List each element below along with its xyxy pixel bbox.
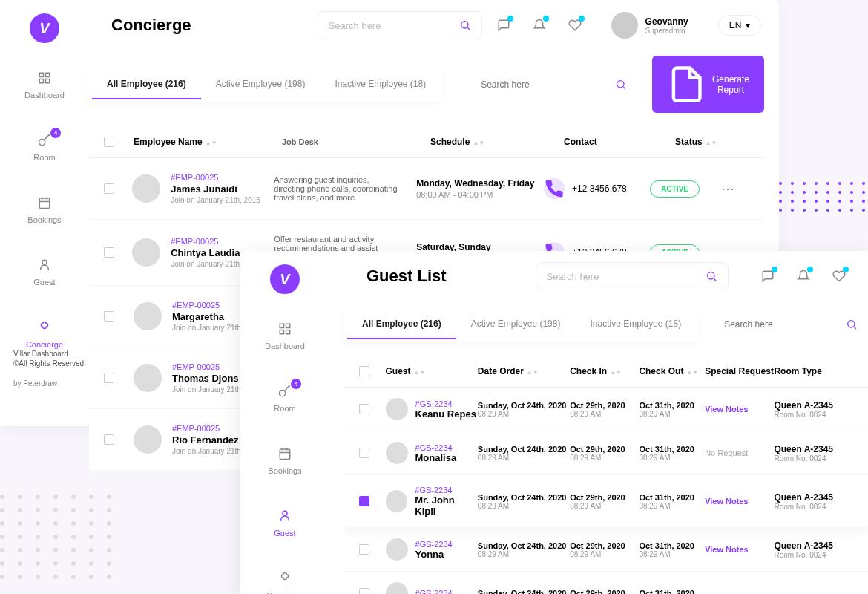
decorative-dots <box>0 495 116 579</box>
nav-concierge[interactable]: Concierge <box>240 566 329 594</box>
select-all-checkbox[interactable] <box>359 366 369 376</box>
message-icon[interactable] <box>761 270 775 283</box>
col-checkout-header[interactable]: Check Out <box>639 366 683 376</box>
tab[interactable]: Inactive Employee (18) <box>575 310 696 339</box>
generate-report-label: Generate Report <box>712 74 749 95</box>
table-row[interactable]: #GS-2234Mr. John KipliSunday, Oct 24th, … <box>344 475 868 528</box>
avatar <box>386 582 408 594</box>
nav-label: Guest <box>33 278 55 287</box>
tab[interactable]: Active Employee (198) <box>456 310 576 339</box>
logo[interactable]: V <box>30 13 59 43</box>
special-request[interactable]: View Notes <box>705 497 749 506</box>
heart-icon[interactable] <box>568 19 582 32</box>
search-input[interactable] <box>547 271 700 282</box>
guest-name: Yonna <box>415 549 453 560</box>
sort-icon[interactable]: ▲▼ <box>610 369 622 376</box>
language-selector[interactable]: EN ▾ <box>718 15 762 36</box>
room-number: Room No. 0024 <box>774 551 853 559</box>
nav-room[interactable]: Room4 <box>0 128 89 168</box>
employee-name: Rio Fernandez <box>172 434 249 446</box>
col-schedule-header[interactable]: Schedule <box>430 137 470 147</box>
sort-icon[interactable]: ▲▼ <box>527 369 539 376</box>
row-checkbox[interactable] <box>359 448 369 458</box>
search-box[interactable] <box>536 262 729 290</box>
sort-icon[interactable]: ▲▼ <box>473 140 484 146</box>
guest-id: #GS-2234 <box>415 589 453 594</box>
nav-room[interactable]: Room4 <box>240 379 329 419</box>
special-request: No Request <box>705 448 748 457</box>
nav-label: Concierge <box>26 340 63 349</box>
col-name-header[interactable]: Employee Name <box>134 137 203 147</box>
tab[interactable]: All Employee (216) <box>347 310 456 339</box>
sort-icon[interactable]: ▲▼ <box>686 369 698 376</box>
order-time: 08:29 AM <box>478 454 570 462</box>
sort-icon[interactable]: ▲▼ <box>414 369 426 376</box>
row-checkbox[interactable] <box>104 434 114 445</box>
guest-list-panel: V DashboardRoom4BookingsGuestConcierge G… <box>240 251 868 594</box>
col-checkin-header[interactable]: Check In <box>570 366 607 376</box>
tab[interactable]: Inactive Employee (18) <box>320 70 441 99</box>
row-checkbox[interactable] <box>359 588 369 594</box>
checkin-date: Oct 29th, 2020 <box>570 401 639 410</box>
table-row[interactable]: #GS-2234Sunday, Oct 24th, 2020Oct 29th, … <box>344 572 868 594</box>
row-checkbox[interactable] <box>359 404 369 414</box>
checkout-date: Oct 31th, 2020 <box>639 493 705 502</box>
bell-icon[interactable] <box>533 19 546 32</box>
room-type: Queen A-2345 <box>774 541 853 551</box>
search-input[interactable] <box>329 20 453 31</box>
heart-icon[interactable] <box>832 270 846 283</box>
table-row[interactable]: #GS-2234Keanu RepesSunday, Oct 24th, 202… <box>344 388 868 431</box>
nav-bookings[interactable]: Bookings <box>240 441 329 481</box>
nav-concierge[interactable]: Concierge <box>0 315 89 355</box>
table-search-input[interactable] <box>724 319 846 330</box>
row-checkbox[interactable] <box>359 496 369 506</box>
table-row[interactable]: #EMP-00025James JunaidiJoin on January 2… <box>89 158 764 220</box>
page-title: Concierge <box>111 16 191 35</box>
logo[interactable]: V <box>270 264 300 294</box>
col-status-header[interactable]: Status <box>675 137 703 147</box>
message-icon[interactable] <box>497 19 510 32</box>
table-search-input[interactable] <box>481 79 614 90</box>
decorative-dots <box>779 182 868 212</box>
tab[interactable]: Active Employee (198) <box>201 70 320 99</box>
phone-icon[interactable] <box>544 178 565 199</box>
col-request-header: Special Request <box>705 366 774 376</box>
table-row[interactable]: #GS-2234YonnaSunday, Oct 24th, 202008:29… <box>344 528 868 572</box>
svg-point-7 <box>617 80 623 87</box>
nav-dashboard[interactable]: Dashboard <box>0 65 89 105</box>
avatar <box>386 398 408 420</box>
user-profile[interactable]: Geovanny Superadmin <box>611 12 688 39</box>
nav-guest[interactable]: Guest <box>240 503 329 544</box>
row-checkbox[interactable] <box>104 183 114 194</box>
employee-join: Join on January 21th, 2015 <box>171 196 260 204</box>
table-search[interactable] <box>714 310 868 339</box>
table-row[interactable]: #GS-2234MonalisaSunday, Oct 24th, 202008… <box>344 431 868 475</box>
row-checkbox[interactable] <box>359 544 369 555</box>
search-icon <box>459 19 471 31</box>
table-search[interactable] <box>470 70 637 99</box>
svg-rect-1 <box>46 73 50 76</box>
dashboard-icon <box>278 322 292 336</box>
nav-dashboard[interactable]: Dashboard <box>240 316 329 356</box>
nav-label: Room <box>274 404 295 413</box>
special-request[interactable]: View Notes <box>705 545 749 554</box>
generate-report-button[interactable]: Generate Report <box>652 56 764 113</box>
bell-icon[interactable] <box>797 270 810 283</box>
col-date-header[interactable]: Date Order <box>478 366 524 376</box>
row-checkbox[interactable] <box>104 247 114 258</box>
svg-rect-8 <box>280 324 283 327</box>
row-checkbox[interactable] <box>104 311 114 322</box>
sort-icon[interactable]: ▲▼ <box>706 140 717 146</box>
search-box[interactable] <box>318 11 482 39</box>
special-request[interactable]: View Notes <box>705 405 749 414</box>
nav-guest[interactable]: Guest <box>0 252 89 293</box>
row-checkbox[interactable] <box>104 373 114 383</box>
nav-bookings[interactable]: Bookings <box>0 190 89 230</box>
job-desk: Answering guest inquiries, directing pho… <box>274 175 416 202</box>
more-icon[interactable]: ⋯ <box>721 180 749 197</box>
select-all-checkbox[interactable] <box>104 137 114 147</box>
col-guest-header[interactable]: Guest <box>386 366 411 376</box>
room-type: Queen A-2345 <box>774 444 853 454</box>
sort-icon[interactable]: ▲▼ <box>206 140 217 146</box>
tab[interactable]: All Employee (216) <box>92 70 201 99</box>
